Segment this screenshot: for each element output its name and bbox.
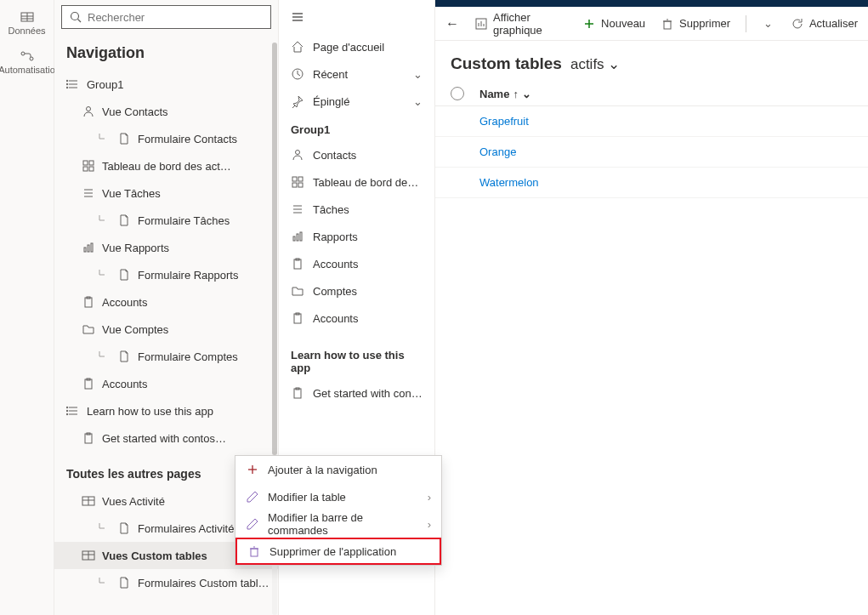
view-title: Custom tables	[451, 54, 562, 73]
nav-item-dashboard[interactable]: Tableau de bord des act…	[54, 152, 278, 179]
nav-label: Formulaires Activité	[138, 522, 234, 535]
sitemap-item-reports[interactable]: Rapports	[279, 223, 434, 250]
hamburger-button[interactable]	[279, 3, 434, 33]
sitemap-group: Group1	[279, 115, 434, 141]
svg-rect-24	[91, 243, 93, 252]
ctx-add-to-nav[interactable]: Ajouter à la navigation	[235, 456, 441, 483]
nav-learn-group[interactable]: Learn how to use this app	[54, 397, 278, 424]
nav-item-form-reports[interactable]: Formulaire Rapports	[54, 261, 278, 288]
svg-rect-72	[251, 549, 258, 556]
sitemap-item-accounts2[interactable]: Accounts	[279, 305, 434, 332]
sitemap-label: Rapports	[313, 231, 358, 243]
nav-item-accounts2[interactable]: Accounts	[54, 370, 278, 397]
cmd-show-chart[interactable]: Afficher graphique	[474, 11, 567, 37]
chevron-down-icon: ⌄	[413, 95, 423, 108]
ctx-edit-table[interactable]: Modifier la table ›	[235, 483, 441, 510]
page-icon	[117, 268, 131, 282]
svg-point-33	[66, 410, 68, 412]
sitemap-label: Récent	[313, 68, 348, 81]
left-rail-data[interactable]: Données	[0, 3, 54, 43]
ctx-label: Ajouter à la navigation	[268, 464, 377, 476]
svg-rect-22	[84, 248, 86, 252]
left-rail-automation[interactable]: Automatisatio	[0, 43, 54, 82]
home-icon	[291, 40, 304, 54]
ctx-remove-from-app[interactable]: Supprimer de l'application	[235, 538, 441, 565]
sitemap-home[interactable]: Page d'accueil	[279, 33, 434, 60]
cmd-refresh[interactable]: Actualiser	[791, 17, 858, 31]
svg-point-6	[71, 13, 79, 20]
nav-item-tasks[interactable]: Vue Tâches	[54, 179, 278, 207]
subitem-icon	[97, 268, 111, 282]
table-row[interactable]: Grapefruit	[435, 106, 868, 137]
chart-icon	[474, 17, 488, 31]
column-header-name[interactable]: Name ↑ ⌄	[479, 88, 531, 100]
app-header-strip	[435, 0, 868, 7]
svg-rect-57	[300, 232, 302, 241]
clipboard-icon	[82, 295, 95, 309]
nav-item-contacts[interactable]: Vue Contacts	[54, 98, 278, 125]
nav-item-accounts-view[interactable]: Vue Comptes	[54, 316, 278, 343]
sitemap-pinned[interactable]: Épinglé ⌄	[279, 88, 434, 115]
nav-group[interactable]: Group1	[54, 71, 278, 98]
record-link[interactable]: Orange	[479, 145, 516, 158]
sitemap-item-comptes[interactable]: Comptes	[279, 277, 434, 305]
nav-item-form-accounts[interactable]: Formulaire Comptes	[54, 343, 278, 370]
back-button[interactable]: ←	[445, 16, 459, 31]
nav-item-accounts1[interactable]: Accounts	[54, 288, 278, 316]
sitemap-item-contacts[interactable]: Contacts	[279, 141, 434, 168]
svg-rect-16	[89, 161, 94, 165]
panel-title: Navigation	[54, 34, 278, 71]
sitemap-learn-item[interactable]: Get started with cont…	[279, 379, 434, 407]
nav-label: Group1	[87, 78, 123, 91]
record-link[interactable]: Grapefruit	[479, 115, 529, 128]
cmd-new[interactable]: Nouveau	[582, 17, 645, 31]
ctx-label: Supprimer de l'application	[269, 545, 396, 558]
nav-other-custom-forms[interactable]: Formulaires Custom tabl…	[54, 569, 278, 596]
nav-label: Formulaire Comptes	[138, 350, 238, 363]
view-filter-dropdown[interactable]: actifs ⌄	[570, 55, 620, 73]
svg-point-11	[66, 80, 68, 82]
svg-rect-60	[294, 314, 301, 323]
sitemap-label: Tableau de bord des …	[313, 176, 423, 189]
table-row[interactable]: Watermelon	[435, 168, 868, 198]
separator	[746, 15, 746, 32]
svg-rect-55	[293, 236, 295, 241]
nav-item-form-tasks[interactable]: Formulaire Tâches	[54, 207, 278, 234]
nav-item-reports[interactable]: Vue Rapports	[54, 234, 278, 261]
chevron-down-icon[interactable]: ⌄	[762, 17, 775, 31]
dashboard-icon	[82, 159, 95, 173]
record-link[interactable]: Watermelon	[479, 176, 539, 189]
svg-point-5	[30, 57, 33, 60]
svg-point-13	[66, 87, 68, 88]
sitemap-recent[interactable]: Récent ⌄	[279, 60, 434, 88]
svg-rect-58	[294, 259, 301, 269]
search-input[interactable]	[88, 11, 264, 24]
subitem-icon	[97, 214, 111, 227]
plus-icon	[582, 17, 596, 31]
barchart-icon	[291, 230, 304, 243]
sitemap-item-dashboard[interactable]: Tableau de bord des …	[279, 168, 434, 196]
cmd-label: Supprimer	[679, 17, 730, 30]
svg-rect-18	[89, 167, 94, 171]
plus-icon	[246, 463, 259, 476]
cmd-delete[interactable]: Supprimer	[661, 17, 730, 31]
svg-line-7	[78, 20, 82, 23]
table-row[interactable]: Orange	[435, 137, 868, 168]
cmd-label: Actualiser	[809, 17, 858, 30]
nav-item-form-contacts[interactable]: Formulaire Contacts	[54, 125, 278, 152]
select-all-checkbox[interactable]	[451, 87, 464, 100]
nav-learn-item[interactable]: Get started with contos…	[54, 424, 278, 452]
table-header: Name ↑ ⌄	[435, 82, 868, 106]
ctx-label: Modifier la table	[268, 491, 346, 504]
sitemap-item-tasks[interactable]: Tâches	[279, 196, 434, 223]
nav-label: Vues Custom tables	[102, 550, 207, 562]
page-icon	[117, 576, 131, 589]
nav-label: Formulaire Rapports	[138, 269, 239, 282]
page-icon	[117, 350, 131, 363]
page-icon	[117, 214, 131, 227]
ctx-edit-cmdbar[interactable]: Modifier la barre de commandes ›	[235, 510, 441, 538]
search-box[interactable]	[61, 5, 271, 29]
svg-rect-50	[292, 183, 297, 187]
svg-rect-49	[298, 177, 303, 181]
sitemap-item-accounts1[interactable]: Accounts	[279, 250, 434, 277]
